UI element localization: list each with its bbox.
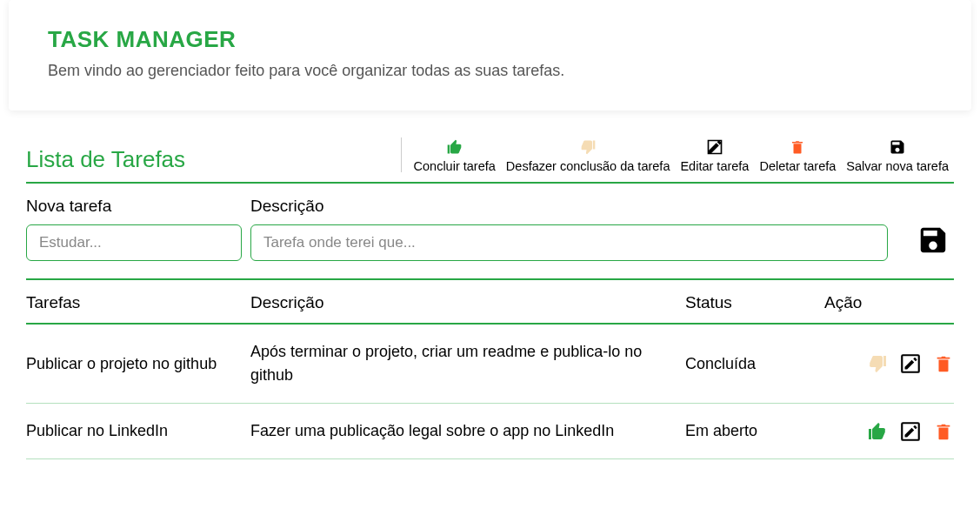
undo-complete-button[interactable]	[867, 353, 888, 374]
svg-point-0	[896, 149, 899, 152]
save-icon	[917, 224, 950, 257]
edit-icon	[899, 352, 922, 375]
new-task-form: Nova tarefa Descrição	[26, 197, 954, 280]
list-header: Lista de Tarefas Concluir tarefa Desfaze…	[26, 137, 954, 184]
thumbs-up-icon	[446, 137, 463, 157]
app-title: TASK MANAGER	[48, 26, 932, 53]
th-description: Descrição	[250, 293, 685, 312]
thumbs-up-icon	[867, 421, 888, 442]
legend-edit-label: Editar tarefa	[680, 159, 749, 173]
app-subtitle: Bem vindo ao gerenciador feito para você…	[48, 62, 932, 80]
svg-point-1	[930, 243, 937, 249]
tasks-table: Tarefas Descrição Status Ação Publicar o…	[26, 293, 954, 459]
legend-undo: Desfazer conclusão da tarefa	[501, 137, 676, 173]
legend-undo-label: Desfazer conclusão da tarefa	[506, 159, 670, 173]
table-header: Tarefas Descrição Status Ação	[26, 293, 954, 325]
thumbs-down-icon	[867, 353, 888, 374]
legend-save-label: Salvar nova tarefa	[846, 159, 949, 173]
legend: Concluir tarefa Desfazer conclusão da ta…	[394, 137, 954, 173]
thumbs-down-icon	[579, 137, 597, 157]
delete-button[interactable]	[933, 421, 954, 442]
description-label: Descrição	[250, 197, 888, 216]
th-action: Ação	[824, 293, 954, 312]
edit-button[interactable]	[900, 353, 921, 374]
delete-button[interactable]	[933, 353, 954, 374]
task-cell: Publicar o projeto no github	[26, 352, 250, 376]
task-cell: Publicar no LinkedIn	[26, 419, 250, 443]
th-task: Tarefas	[26, 293, 250, 312]
description-cell: Fazer uma publicação legal sobre o app n…	[250, 419, 685, 443]
action-cell	[824, 421, 954, 442]
new-task-label: Nova tarefa	[26, 197, 242, 216]
status-cell: Concluída	[685, 352, 824, 376]
legend-complete-label: Concluir tarefa	[414, 159, 496, 173]
table-row: Publicar no LinkedInFazer uma publicação…	[26, 419, 954, 459]
legend-save: Salvar nova tarefa	[841, 137, 954, 173]
trash-icon	[790, 137, 805, 157]
legend-delete-label: Deletar tarefa	[759, 159, 836, 173]
list-title: Lista de Tarefas	[26, 146, 185, 173]
trash-icon	[934, 421, 953, 442]
complete-button[interactable]	[867, 421, 888, 442]
header-card: TASK MANAGER Bem vindo ao gerenciador fe…	[9, 0, 971, 110]
description-cell: Após terminar o projeto, criar um readme…	[250, 340, 685, 387]
new-task-input[interactable]	[26, 224, 242, 261]
legend-divider	[401, 137, 402, 172]
save-icon	[889, 137, 906, 157]
table-row: Publicar o projeto no githubApós termina…	[26, 340, 954, 404]
edit-icon	[899, 420, 922, 443]
th-status: Status	[685, 293, 824, 312]
legend-complete: Concluir tarefa	[409, 137, 501, 173]
description-input[interactable]	[250, 224, 888, 261]
legend-delete: Deletar tarefa	[754, 137, 841, 173]
action-cell	[824, 353, 954, 374]
trash-icon	[934, 353, 953, 374]
legend-edit: Editar tarefa	[675, 137, 754, 173]
edit-icon	[706, 137, 723, 157]
edit-button[interactable]	[900, 421, 921, 442]
save-button[interactable]	[912, 219, 954, 261]
status-cell: Em aberto	[685, 419, 824, 443]
